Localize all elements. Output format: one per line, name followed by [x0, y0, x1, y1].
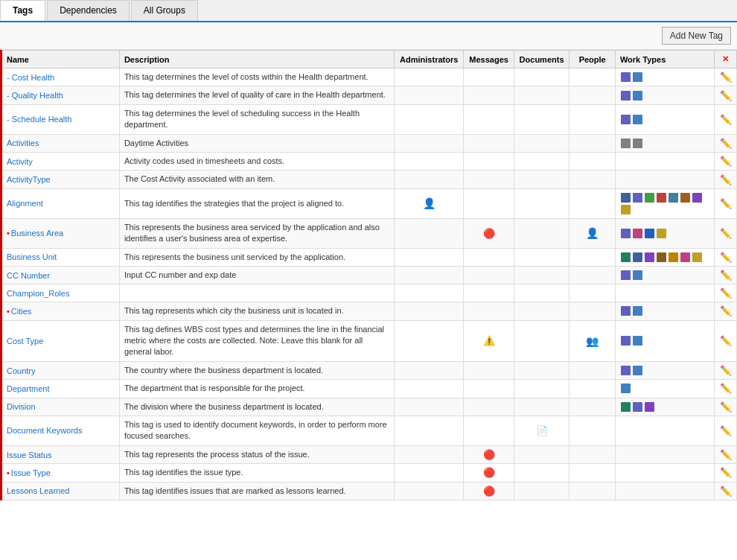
- documents-cell: [514, 188, 570, 218]
- tag-name-link[interactable]: Business Unit: [7, 252, 57, 261]
- edit-icon[interactable]: ✏️: [720, 335, 732, 346]
- people-cell: [570, 69, 616, 86]
- name-cell: ActivityType: [1, 171, 120, 188]
- edit-icon[interactable]: ✏️: [720, 71, 732, 83]
- table-row: DivisionThe division where the business …: [1, 398, 737, 416]
- tag-name-link[interactable]: Issue Status: [7, 451, 52, 459]
- tag-name-link[interactable]: Lessons Learned: [7, 486, 69, 495]
- edit-icon[interactable]: ✏️: [720, 425, 732, 436]
- edit-icon[interactable]: ✏️: [720, 252, 732, 263]
- description-cell: Activity codes used in timesheets and co…: [119, 152, 394, 170]
- administrators-cell: [394, 482, 464, 500]
- work-types-cell: [615, 69, 714, 86]
- table-row: AlignmentThis tag identifies the strateg…: [1, 188, 737, 218]
- administrators-cell: [394, 104, 464, 134]
- tag-name-link[interactable]: Department: [7, 384, 49, 393]
- people-cell: [570, 380, 616, 398]
- edit-icon[interactable]: ✏️: [720, 305, 732, 316]
- name-cell: Activity: [1, 152, 120, 170]
- edit-icon[interactable]: ✏️: [720, 270, 732, 281]
- table-row: - Quality HealthThis tag determines the …: [1, 86, 737, 104]
- action-cell: ✏️: [715, 361, 737, 379]
- tab-tags[interactable]: Tags: [0, 0, 45, 21]
- col-header-work-types: Work Types: [615, 51, 714, 69]
- tag-name-link[interactable]: - Quality Health: [7, 91, 63, 100]
- messages-cell: 🔴: [464, 445, 514, 463]
- description-text: This tag identifies the strategies that …: [124, 199, 344, 208]
- documents-cell: [514, 361, 570, 379]
- edit-icon[interactable]: ✏️: [720, 449, 732, 460]
- people-cell: [570, 104, 616, 134]
- tag-name-link[interactable]: Activity: [7, 157, 33, 166]
- tag-name-link[interactable]: CC Number: [7, 271, 50, 280]
- name-cell: •Business Area: [1, 218, 120, 248]
- administrators-cell: [394, 361, 464, 379]
- tag-name-link[interactable]: Business Area: [11, 229, 63, 238]
- work-types-cell: [615, 86, 714, 104]
- tag-name-link[interactable]: - Cost Health: [7, 73, 54, 82]
- action-cell: ✏️: [715, 188, 737, 218]
- administrators-cell: [394, 266, 464, 284]
- tag-name-link[interactable]: Alignment: [7, 199, 43, 208]
- name-cell: •Issue Type: [1, 464, 120, 482]
- add-new-tag-button[interactable]: Add New Tag: [662, 27, 731, 45]
- edit-icon[interactable]: ✏️: [720, 365, 732, 376]
- edit-icon[interactable]: ✏️: [720, 198, 732, 209]
- tag-name-link[interactable]: Document Keywords: [7, 426, 83, 435]
- tab-all-groups[interactable]: All Groups: [131, 0, 198, 21]
- edit-icon[interactable]: ✏️: [720, 138, 732, 149]
- tag-name-link[interactable]: - Schedule Health: [7, 115, 71, 124]
- tag-name-link[interactable]: ActivityType: [7, 175, 51, 184]
- documents-cell: [514, 445, 570, 463]
- tag-name-link[interactable]: Cost Type: [7, 337, 43, 346]
- edit-icon[interactable]: ✏️: [720, 174, 732, 185]
- col-header-administrators: Administrators: [394, 51, 464, 69]
- edit-icon[interactable]: ✏️: [720, 486, 732, 497]
- edit-icon[interactable]: ✏️: [720, 156, 732, 167]
- description-cell: This tag identifies the issue type.: [119, 464, 394, 482]
- edit-icon[interactable]: ✏️: [720, 383, 732, 394]
- tab-dependencies[interactable]: Dependencies: [47, 0, 130, 21]
- tag-name-link[interactable]: Champion_Roles: [7, 289, 69, 298]
- name-cell: •Cities: [1, 302, 120, 320]
- description-cell: The division where the business departme…: [119, 398, 394, 416]
- messages-cell: ⚠️: [464, 320, 514, 361]
- message-warning-icon: ⚠️: [483, 335, 495, 346]
- description-cell: [119, 284, 394, 302]
- table-row: CountryThe country where the business de…: [1, 361, 737, 379]
- description-text: This tag represents the process status o…: [124, 450, 310, 459]
- edit-icon[interactable]: ✏️: [720, 401, 732, 413]
- tag-name-link[interactable]: Activities: [7, 139, 39, 147]
- tag-name-link[interactable]: Cities: [11, 307, 32, 316]
- tag-name-link[interactable]: Division: [7, 402, 36, 411]
- work-type-icons: [620, 305, 709, 316]
- work-types-cell: [615, 266, 714, 284]
- description-text: This tag represents which city the busin…: [124, 306, 344, 315]
- edit-icon[interactable]: ✏️: [720, 467, 732, 478]
- people-cell: [570, 398, 616, 416]
- documents-cell: [514, 218, 570, 248]
- messages-cell: 🔴: [464, 218, 514, 248]
- administrators-cell: [394, 218, 464, 248]
- messages-cell: [464, 361, 514, 379]
- edit-icon[interactable]: ✏️: [720, 228, 732, 239]
- edit-icon[interactable]: ✏️: [720, 90, 732, 101]
- action-cell: ✏️: [715, 464, 737, 482]
- tag-name-link[interactable]: Country: [7, 366, 36, 375]
- administrators-cell: [394, 416, 464, 446]
- work-types-cell: [615, 380, 714, 398]
- people-cell: [570, 445, 616, 463]
- edit-icon[interactable]: ✏️: [720, 114, 732, 125]
- edit-icon[interactable]: ✏️: [720, 287, 732, 299]
- description-text: The department that is responsible for t…: [124, 384, 305, 392]
- bullet-indicator: •: [7, 229, 10, 238]
- work-types-cell: [615, 284, 714, 302]
- tag-name-link[interactable]: Issue Type: [11, 468, 51, 477]
- work-type-icons: [620, 228, 709, 239]
- work-type-icons: [620, 335, 709, 346]
- messages-cell: [464, 86, 514, 104]
- action-cell: ✏️: [715, 416, 737, 446]
- description-text: This tag identifies the issue type.: [124, 468, 243, 477]
- people-cell: [570, 416, 616, 446]
- documents-cell: 📄: [514, 416, 570, 446]
